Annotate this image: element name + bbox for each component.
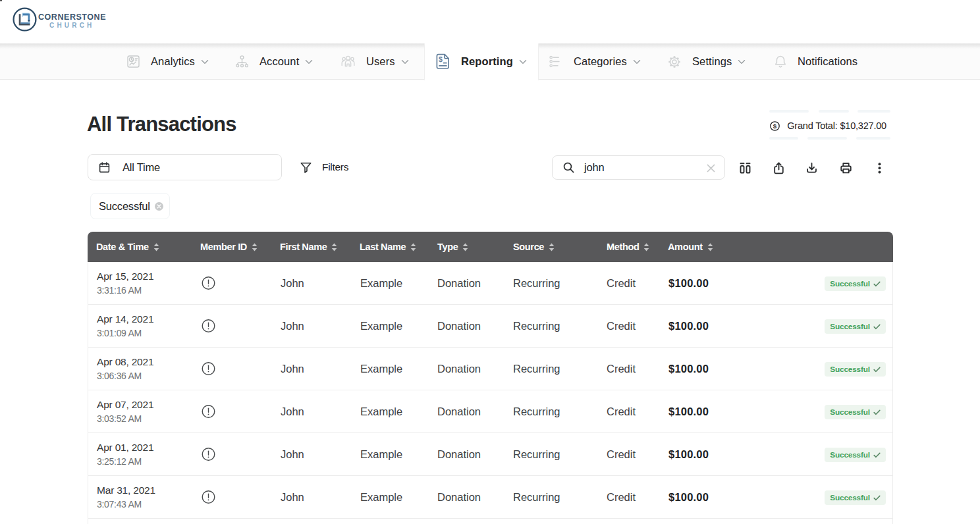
- svg-text:$: $: [773, 122, 777, 130]
- svg-text:$: $: [439, 55, 443, 63]
